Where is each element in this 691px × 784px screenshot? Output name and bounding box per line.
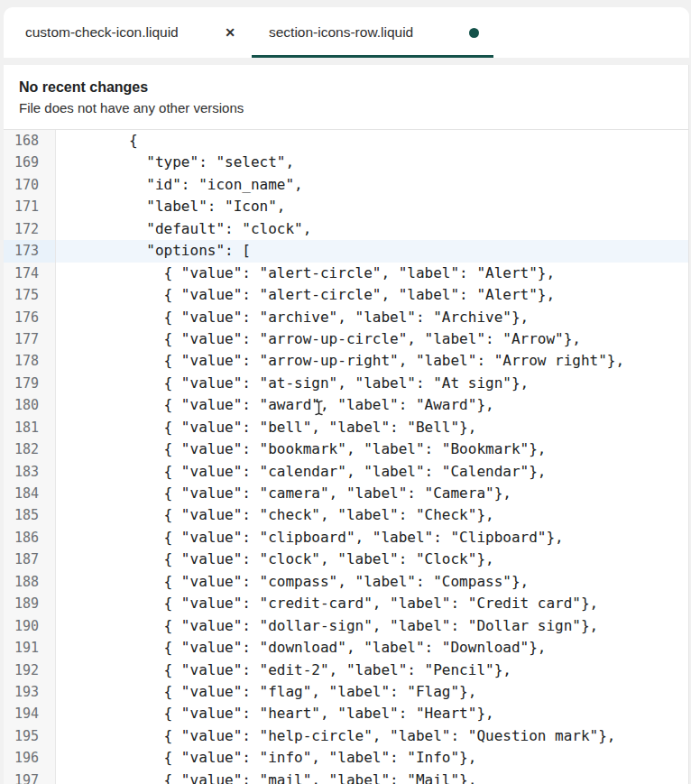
line-number: 185 (4, 504, 56, 526)
code-text[interactable]: { "value": "flag", "label": "Flag"}, (56, 681, 688, 703)
code-line[interactable]: 168 { (4, 130, 688, 152)
code-text[interactable]: { "value": "mail", "label": "Mail"}, (56, 770, 688, 784)
code-line[interactable]: 184 { "value": "camera", "label": "Camer… (4, 483, 688, 504)
code-text[interactable]: { "value": "alert-circle", "label": "Ale… (56, 284, 688, 306)
line-number: 183 (4, 461, 56, 483)
code-text[interactable]: { "value": "clipboard", "label": "Clipbo… (56, 527, 688, 549)
tab-label: section-icons-row.liquid (269, 24, 413, 41)
line-number: 190 (4, 615, 56, 637)
line-number: 184 (4, 483, 56, 504)
line-number: 178 (4, 350, 56, 372)
tab-section-icons-row[interactable]: section-icons-row.liquid (252, 7, 493, 58)
code-line[interactable]: 186 { "value": "clipboard", "label": "Cl… (4, 527, 688, 549)
line-number: 181 (4, 417, 56, 438)
line-number: 189 (4, 593, 56, 614)
code-text[interactable]: { "value": "check", "label": "Check"}, (56, 504, 688, 526)
line-number: 182 (4, 438, 56, 460)
line-number: 196 (4, 747, 56, 769)
line-number: 171 (4, 196, 56, 217)
line-number: 194 (4, 703, 56, 724)
line-number: 191 (4, 637, 56, 659)
line-number: 175 (4, 284, 56, 306)
line-number: 195 (4, 725, 56, 747)
line-number: 170 (4, 174, 56, 196)
code-line[interactable]: 181 { "value": "bell", "label": "Bell"}, (4, 417, 688, 438)
code-text[interactable]: { "value": "info", "label": "Info"}, (56, 747, 688, 769)
line-number: 186 (4, 527, 56, 549)
code-text[interactable]: { "value": "arrow-up-circle", "label": "… (56, 328, 688, 350)
line-number: 168 (4, 130, 56, 152)
code-line[interactable]: 189 { "value": "credit-card", "label": "… (4, 593, 688, 614)
code-text[interactable]: { "value": "bookmark", "label": "Bookmar… (56, 438, 688, 460)
line-number: 169 (4, 152, 56, 173)
code-text[interactable]: { "value": "bell", "label": "Bell"}, (56, 417, 688, 438)
code-line[interactable]: 176 { "value": "archive", "label": "Arch… (4, 307, 688, 328)
code-line[interactable]: 172 "default": "clock", (4, 218, 688, 240)
code-line[interactable]: 170 "id": "icon_name", (4, 174, 688, 196)
version-status-subtitle: File does not have any other versions (19, 100, 673, 115)
code-text[interactable]: "options": [ (56, 240, 688, 262)
code-line[interactable]: 192 { "value": "edit-2", "label": "Penci… (4, 659, 688, 681)
code-text[interactable]: { (56, 130, 688, 152)
code-line[interactable]: 187 { "value": "clock", "label": "Clock"… (4, 549, 688, 570)
line-number: 173 (4, 240, 56, 262)
line-number: 197 (4, 770, 56, 784)
active-tab-underline (252, 55, 493, 58)
code-line[interactable]: 196 { "value": "info", "label": "Info"}, (4, 747, 688, 769)
code-line[interactable]: 173 "options": [ (4, 240, 688, 262)
code-text[interactable]: { "value": "edit-2", "label": "Pencil"}, (56, 659, 688, 681)
code-text[interactable]: { "value": "dollar-sign", "label": "Doll… (56, 615, 688, 637)
code-text[interactable]: "id": "icon_name", (56, 174, 688, 196)
code-text[interactable]: { "value": "at-sign", "label": "At sign"… (56, 373, 688, 394)
editor-tab-bar: custom-check-icon.liquid ✕ section-icons… (4, 7, 689, 58)
tab-custom-check-icon[interactable]: custom-check-icon.liquid ✕ (4, 7, 252, 58)
code-line[interactable]: 194 { "value": "heart", "label": "Heart"… (4, 703, 688, 724)
code-text[interactable]: "default": "clock", (56, 218, 688, 240)
code-line[interactable]: 180 { "value": "award", "label": "Award"… (4, 394, 688, 416)
line-number: 174 (4, 263, 56, 284)
line-number: 176 (4, 307, 56, 328)
code-text[interactable]: { "value": "alert-circle", "label": "Ale… (56, 263, 688, 284)
code-text[interactable]: { "value": "clock", "label": "Clock"}, (56, 549, 688, 570)
code-line[interactable]: 182 { "value": "bookmark", "label": "Boo… (4, 438, 688, 460)
code-line[interactable]: 171 "label": "Icon", (4, 196, 688, 217)
code-text[interactable]: { "value": "heart", "label": "Heart"}, (56, 703, 688, 724)
code-line[interactable]: 188 { "value": "compass", "label": "Comp… (4, 571, 688, 593)
code-line[interactable]: 195 { "value": "help-circle", "label": "… (4, 725, 688, 747)
code-line[interactable]: 174 { "value": "alert-circle", "label": … (4, 263, 688, 284)
tab-label: custom-check-icon.liquid (25, 24, 179, 41)
code-line[interactable]: 178 { "value": "arrow-up-right", "label"… (4, 350, 688, 372)
code-text[interactable]: { "value": "arrow-up-right", "label": "A… (56, 350, 688, 372)
editor-panel: No recent changes File does not have any… (4, 65, 689, 784)
version-status-title: No recent changes (19, 79, 673, 96)
code-line[interactable]: 177 { "value": "arrow-up-circle", "label… (4, 328, 688, 350)
code-line[interactable]: 179 { "value": "at-sign", "label": "At s… (4, 373, 688, 394)
line-number: 192 (4, 659, 56, 681)
code-text[interactable]: { "value": "download", "label": "Downloa… (56, 637, 688, 659)
code-line[interactable]: 190 { "value": "dollar-sign", "label": "… (4, 615, 688, 637)
code-line[interactable]: 191 { "value": "download", "label": "Dow… (4, 637, 688, 659)
code-text[interactable]: { "value": "award", "label": "Award"}, (56, 394, 688, 416)
line-number: 187 (4, 549, 56, 570)
code-text[interactable]: { "value": "calendar", "label": "Calenda… (56, 461, 688, 483)
code-line[interactable]: 169 "type": "select", (4, 152, 688, 173)
line-number: 188 (4, 571, 56, 593)
code-text[interactable]: { "value": "camera", "label": "Camera"}, (56, 483, 688, 504)
code-editor[interactable]: 168 {169 "type": "select",170 "id": "ico… (4, 130, 688, 784)
code-line[interactable]: 183 { "value": "calendar", "label": "Cal… (4, 461, 688, 483)
code-text[interactable]: { "value": "archive", "label": "Archive"… (56, 307, 688, 328)
code-text[interactable]: "type": "select", (56, 152, 688, 173)
line-number: 180 (4, 394, 56, 416)
code-text[interactable]: { "value": "help-circle", "label": "Ques… (56, 725, 688, 747)
line-number: 177 (4, 328, 56, 350)
code-line[interactable]: 185 { "value": "check", "label": "Check"… (4, 504, 688, 526)
code-line[interactable]: 193 { "value": "flag", "label": "Flag"}, (4, 681, 688, 703)
code-line[interactable]: 197 { "value": "mail", "label": "Mail"}, (4, 770, 688, 784)
unsaved-changes-dot-icon (469, 28, 479, 38)
code-text[interactable]: { "value": "credit-card", "label": "Cred… (56, 593, 688, 614)
code-text[interactable]: { "value": "compass", "label": "Compass"… (56, 571, 688, 593)
code-text[interactable]: "label": "Icon", (56, 196, 688, 217)
close-icon[interactable]: ✕ (221, 24, 239, 41)
line-number: 193 (4, 681, 56, 703)
code-line[interactable]: 175 { "value": "alert-circle", "label": … (4, 284, 688, 306)
